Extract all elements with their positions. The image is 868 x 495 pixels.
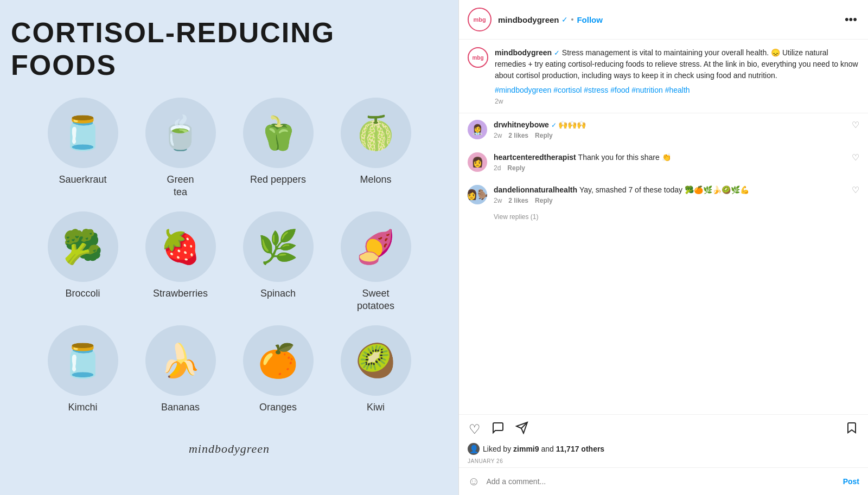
- food-icon-spinach: 🌿: [243, 211, 314, 282]
- comment-likes-comment-3: 2 likes: [508, 197, 528, 204]
- food-item-bananas: 🍌Bananas: [135, 325, 227, 434]
- share-button[interactable]: [514, 420, 529, 439]
- food-item-spinach: 🌿Spinach: [232, 211, 324, 320]
- post-date: JANUARY 26: [468, 458, 859, 464]
- caption-verified: ✓: [554, 49, 560, 57]
- food-label-melons: Melons: [360, 173, 391, 186]
- comment-item-comment-3: 👩‍🦫dandelionnaturalhealth Yay, smashed 7…: [459, 178, 868, 211]
- infographic-title: CORTISOL-REDUCING FOODS: [11, 16, 448, 81]
- caption-header: mbg mindbodygreen ✓ Stress management is…: [468, 47, 859, 105]
- food-item-oranges: 🍊Oranges: [232, 325, 324, 434]
- comment-body-comment-2: heartcenteredtherapist Thank you for thi…: [494, 152, 845, 172]
- food-item-strawberries: 🍓Strawberries: [135, 211, 227, 320]
- more-options-button[interactable]: •••: [843, 12, 859, 27]
- comment-reply-comment-1[interactable]: Reply: [535, 132, 553, 139]
- comment-username-comment-3[interactable]: dandelionnaturalhealth: [494, 185, 579, 194]
- food-icon-sauerkraut: 🫙: [48, 98, 118, 168]
- comment-username-comment-2[interactable]: heartcenteredtherapist: [494, 153, 578, 162]
- instagram-panel: mbg mindbodygreen ✓ • Follow ••• mbg min…: [458, 0, 868, 495]
- food-label-bananas: Bananas: [161, 401, 200, 414]
- post-header: mbg mindbodygreen ✓ • Follow •••: [459, 0, 868, 40]
- caption-time: 2w: [495, 98, 859, 105]
- comment-avatar-comment-2[interactable]: 👩: [468, 152, 487, 172]
- like-button[interactable]: ♡: [468, 421, 482, 438]
- food-item-melons: 🍈Melons: [330, 98, 422, 206]
- infographic-panel: CORTISOL-REDUCING FOODS 🫙Sauerkraut🍵Gree…: [0, 0, 458, 495]
- comment-text-comment-3: dandelionnaturalhealth Yay, smashed 7 of…: [494, 185, 749, 194]
- comment-reply-comment-3[interactable]: Reply: [535, 197, 553, 204]
- comment-reply-comment-2[interactable]: Reply: [507, 164, 525, 172]
- action-bar: ♡ 👤 Liked by zimmi9 and 11,7: [459, 414, 868, 467]
- comment-avatar-comment-3[interactable]: 👩‍🦫: [468, 185, 487, 204]
- comment-body-comment-1: drwhitneybowe ✓ 🙌🙌🙌2w2 likesReply: [494, 120, 845, 139]
- food-label-oranges: Oranges: [259, 401, 297, 414]
- food-label-kimchi: Kimchi: [68, 401, 97, 414]
- comment-item-comment-2: 👩heartcenteredtherapist Thank you for th…: [459, 146, 868, 178]
- comment-text-comment-1: drwhitneybowe ✓ 🙌🙌🙌: [494, 120, 586, 129]
- food-label-strawberries: Strawberries: [153, 287, 208, 300]
- food-label-green-tea: Green tea: [167, 173, 194, 199]
- caption-hashtags[interactable]: #mindbodygreen #cortisol #stress #food #…: [495, 86, 859, 94]
- comment-time-comment-3: 2w: [494, 197, 502, 204]
- food-icon-broccoli: 🥦: [48, 211, 118, 282]
- comment-time-comment-2: 2d: [494, 164, 501, 172]
- food-item-red-peppers: 🫑Red peppers: [232, 98, 324, 206]
- food-icon-red-peppers: 🫑: [243, 98, 314, 168]
- comment-heart-comment-1[interactable]: ♡: [852, 120, 859, 130]
- comment-heart-comment-2[interactable]: ♡: [852, 152, 859, 163]
- food-label-kiwi: Kiwi: [367, 401, 385, 414]
- comment-likes-comment-1: 2 likes: [508, 132, 528, 139]
- verified-badge-header: ✓: [561, 15, 568, 24]
- post-comment-button[interactable]: Post: [843, 477, 859, 486]
- comment-meta-comment-2: 2dReply: [494, 164, 845, 172]
- view-replies-comment-3[interactable]: View replies (1): [459, 211, 868, 227]
- food-item-kimchi: 🫙Kimchi: [37, 325, 129, 434]
- food-icon-sweet-potatoes: 🍠: [341, 211, 411, 282]
- food-label-spinach: Spinach: [260, 287, 296, 300]
- caption-username[interactable]: mindbodygreen: [495, 48, 552, 57]
- dot-separator: •: [571, 15, 574, 24]
- emoji-button[interactable]: ☺: [468, 474, 480, 488]
- add-comment-bar: ☺ Post: [459, 467, 868, 495]
- comment-meta-comment-1: 2w2 likesReply: [494, 132, 845, 139]
- comments-section: 👩‍⚕️drwhitneybowe ✓ 🙌🙌🙌2w2 likesReply♡👩h…: [459, 113, 868, 414]
- comment-avatar-comment-1[interactable]: 👩‍⚕️: [468, 120, 487, 139]
- food-icon-oranges: 🍊: [243, 325, 314, 396]
- food-icon-kiwi: 🥝: [341, 325, 411, 396]
- brand-name: mindbodygreen: [189, 442, 270, 456]
- food-item-green-tea: 🍵Green tea: [135, 98, 227, 206]
- food-icon-melons: 🍈: [341, 98, 411, 168]
- food-icon-green-tea: 🍵: [145, 98, 216, 168]
- comment-time-comment-1: 2w: [494, 132, 502, 139]
- comment-verified-comment-1: ✓: [551, 121, 558, 129]
- comment-heart-comment-3[interactable]: ♡: [852, 185, 859, 195]
- bookmark-button[interactable]: [844, 420, 859, 439]
- food-icon-kimchi: 🫙: [48, 325, 118, 396]
- caption-avatar[interactable]: mbg: [468, 47, 488, 68]
- food-label-sweet-potatoes: Sweet potatoes: [357, 287, 394, 313]
- caption-text: mindbodygreen ✓ Stress management is vit…: [495, 48, 858, 80]
- caption-body: mindbodygreen ✓ Stress management is vit…: [495, 47, 859, 105]
- liker-avatar: 👤: [468, 443, 480, 455]
- food-label-sauerkraut: Sauerkraut: [59, 173, 106, 186]
- likes-text: Liked by zimmi9 and 11,717 others: [483, 445, 604, 453]
- comment-username-comment-1[interactable]: drwhitneybowe: [494, 120, 551, 129]
- likes-row: 👤 Liked by zimmi9 and 11,717 others: [468, 443, 859, 455]
- food-item-broccoli: 🥦Broccoli: [37, 211, 129, 320]
- header-username[interactable]: mindbodygreen: [498, 15, 559, 24]
- food-label-red-peppers: Red peppers: [250, 173, 306, 186]
- comment-input[interactable]: [486, 477, 836, 486]
- header-info: mindbodygreen ✓ • Follow: [498, 15, 843, 24]
- comment-body-comment-3: dandelionnaturalhealth Yay, smashed 7 of…: [494, 185, 845, 204]
- header-avatar[interactable]: mbg: [468, 8, 492, 31]
- food-item-kiwi: 🥝Kiwi: [330, 325, 422, 434]
- food-item-sauerkraut: 🫙Sauerkraut: [37, 98, 129, 206]
- comment-button[interactable]: [490, 420, 506, 439]
- likes-count: 11,717 others: [556, 445, 605, 453]
- comment-item-comment-1: 👩‍⚕️drwhitneybowe ✓ 🙌🙌🙌2w2 likesReply♡: [459, 113, 868, 146]
- food-label-broccoli: Broccoli: [65, 287, 100, 300]
- action-buttons: ♡: [468, 420, 859, 439]
- comment-text-comment-2: heartcenteredtherapist Thank you for thi…: [494, 153, 671, 162]
- follow-button[interactable]: Follow: [577, 15, 603, 24]
- first-liker[interactable]: zimmi9: [513, 445, 539, 453]
